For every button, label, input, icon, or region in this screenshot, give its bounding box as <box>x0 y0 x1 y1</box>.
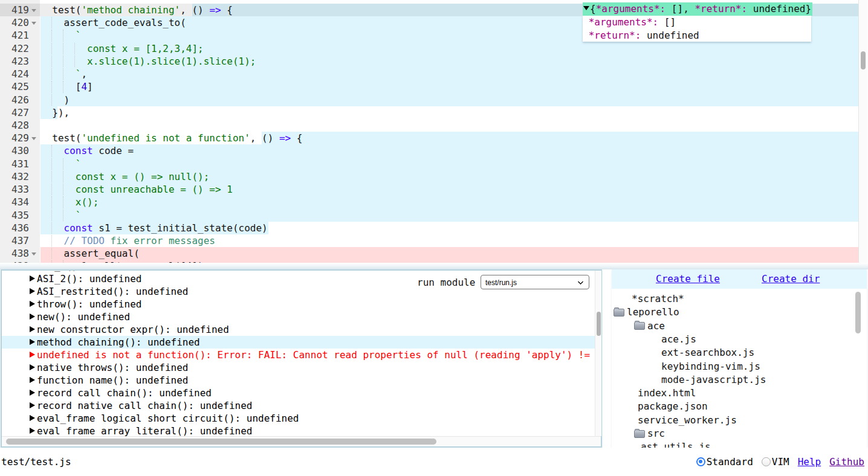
code-line-422[interactable]: const x = [1,2,3,4]; <box>0 42 858 55</box>
code-seg: () <box>192 4 203 16</box>
test-result-row[interactable]: undefined is not a function(): Error: FA… <box>2 349 595 361</box>
radio-standard-icon[interactable] <box>696 457 705 466</box>
tree-item-label: ace <box>647 320 665 333</box>
test-result-text: ASI_restrited(): undefined <box>37 285 188 298</box>
tooltip-seg: *arguments*: <box>589 16 659 28</box>
help-link[interactable]: Help <box>798 455 821 468</box>
expand-triangle-icon[interactable] <box>30 390 35 396</box>
output-horizontal-scrollbar[interactable] <box>2 436 601 446</box>
code-line-424[interactable]: `, <box>0 68 858 80</box>
code-line-426[interactable]: ) <box>0 94 858 106</box>
code-seg: code = <box>93 145 134 156</box>
code-editor[interactable]: 4194204214224234244254264274284294304314… <box>0 0 868 263</box>
code-seg: test( <box>40 132 81 144</box>
code-seg: 4 <box>81 81 87 92</box>
code-seg: const <box>64 222 93 234</box>
output-vscrollbar-thumb[interactable] <box>597 312 601 336</box>
tree-item-index.html[interactable]: index.html <box>612 387 853 400</box>
tree-item-mode-javascript.js[interactable]: mode-javascript.js <box>612 373 853 387</box>
line-highlight <box>40 247 858 260</box>
code-line-433[interactable]: const unreachable = () => 1 <box>0 183 858 196</box>
create-dir-link[interactable]: Create dir <box>762 272 820 286</box>
collapse-triangle-icon[interactable] <box>583 6 589 10</box>
module-select[interactable]: test/run.js <box>481 275 589 289</box>
create-file-link[interactable]: Create file <box>656 272 720 286</box>
code-line-436[interactable]: const s1 = test_initial_state(code) <box>0 222 858 234</box>
code-seg: const <box>64 145 93 156</box>
editor-panel-divider <box>0 263 868 269</box>
code-line-434[interactable]: x(); <box>0 196 858 208</box>
code-seg: s1 = test_initial_state(code) <box>93 222 268 234</box>
tooltip-seg <box>583 30 589 41</box>
test-output-panel: ASI_1(): undefinedASI_2(): undefinedASI_… <box>1 269 602 448</box>
tree-item-service_worker.js[interactable]: service_worker.js <box>612 414 853 427</box>
test-result-row[interactable]: eval_frame array_literal(): undefined <box>2 425 595 436</box>
expand-triangle-icon[interactable] <box>30 415 35 421</box>
code-line-430[interactable]: const code = <box>0 144 858 157</box>
github-link[interactable]: Github <box>829 455 864 468</box>
test-result-row[interactable]: new constructor expr(): undefined <box>2 323 595 336</box>
editor-vertical-scrollbar[interactable] <box>858 0 867 263</box>
tree-item-ast_utils.js[interactable]: ast_utils.js <box>612 440 853 448</box>
code-line-437[interactable]: // TODO fix error messages <box>0 234 858 247</box>
output-hscrollbar-thumb[interactable] <box>6 439 436 445</box>
tooltip-row[interactable]: *return*: undefined <box>583 29 811 42</box>
expand-triangle-icon[interactable] <box>30 352 35 358</box>
code-line-428[interactable] <box>0 119 858 132</box>
expand-triangle-icon[interactable] <box>30 364 35 370</box>
code-line-423[interactable]: x.slice(1).slice(1).slice(1); <box>0 55 858 68</box>
code-line-432[interactable]: const x = () => null(); <box>0 170 858 183</box>
test-result-row[interactable]: native throws(): undefined <box>2 361 595 374</box>
test-result-row[interactable]: eval_frame logical short circuit(): unde… <box>2 412 595 425</box>
tree-item-*scratch*[interactable]: *scratch* <box>612 292 853 306</box>
code-line-435[interactable]: ` <box>0 209 858 222</box>
code-seg: ` <box>40 68 81 80</box>
test-result-row[interactable]: throw(): undefined <box>2 298 595 310</box>
expand-triangle-icon[interactable] <box>30 339 35 345</box>
file-tree-header: Create file Create dir <box>612 269 867 289</box>
value-tooltip-header[interactable]: {*arguments*: [], *return*: undefined} <box>583 2 812 16</box>
expand-triangle-icon[interactable] <box>30 326 35 332</box>
test-result-row[interactable]: function name(): undefined <box>2 374 595 387</box>
expand-triangle-icon[interactable] <box>30 288 35 294</box>
code-line-431[interactable]: ` <box>0 158 858 170</box>
tree-item-src[interactable]: src <box>612 427 853 440</box>
test-result-text: method chaining(): undefined <box>37 336 200 349</box>
tree-item-keybinding-vim.js[interactable]: keybinding-vim.js <box>612 360 853 373</box>
tree-scrollbar-thumb[interactable] <box>855 292 861 333</box>
expand-triangle-icon[interactable] <box>30 428 35 434</box>
expand-triangle-icon[interactable] <box>30 275 35 281</box>
expand-triangle-icon[interactable] <box>30 377 35 383</box>
test-result-row[interactable]: record call chain(): undefined <box>2 387 595 399</box>
code-line-427[interactable]: }), <box>0 106 858 119</box>
test-result-row[interactable]: new(): undefined <box>2 310 595 323</box>
test-result-row[interactable]: method chaining(): undefined <box>2 336 595 349</box>
expand-triangle-icon[interactable] <box>30 314 35 320</box>
expand-triangle-icon[interactable] <box>30 301 35 307</box>
expand-triangle-icon[interactable] <box>30 402 35 408</box>
editor-scrollbar-thumb[interactable] <box>861 51 866 69</box>
radio-vim-icon[interactable] <box>762 457 771 466</box>
tree-item-ext-searchbox.js[interactable]: ext-searchbox.js <box>612 346 853 359</box>
code-line-429[interactable]: test('undefined is not a function', () =… <box>0 132 858 144</box>
code-seg: ] <box>87 81 93 92</box>
code-seg: () <box>262 132 273 144</box>
keybinding-standard-option[interactable]: Standard <box>696 455 753 468</box>
value-tooltip-body: *arguments*: [] *return*: undefined <box>583 16 811 42</box>
tooltip-row[interactable]: *arguments*: [] <box>583 16 811 29</box>
test-result-text: eval_frame logical short circuit(): unde… <box>37 412 299 425</box>
tree-item-label: ace.js <box>661 333 696 346</box>
keybinding-vim-option[interactable]: VIM <box>762 455 789 468</box>
output-vertical-scrollbar[interactable] <box>595 271 601 436</box>
test-result-row[interactable]: record native call chain(): undefined <box>2 399 595 412</box>
code-seg: ` <box>40 158 81 170</box>
radio-standard-label: Standard <box>707 455 753 468</box>
code-line-438[interactable]: assert_equal( <box>0 247 858 260</box>
tree-item-ace.js[interactable]: ace.js <box>612 333 853 346</box>
tree-item-leporello[interactable]: leporello <box>612 306 853 319</box>
tree-item-package.json[interactable]: package.json <box>612 400 853 413</box>
tree-item-label: index.html <box>638 387 696 400</box>
code-line-425[interactable]: [4] <box>0 80 858 93</box>
code-seg <box>273 132 279 144</box>
tree-item-ace[interactable]: ace <box>612 320 853 333</box>
